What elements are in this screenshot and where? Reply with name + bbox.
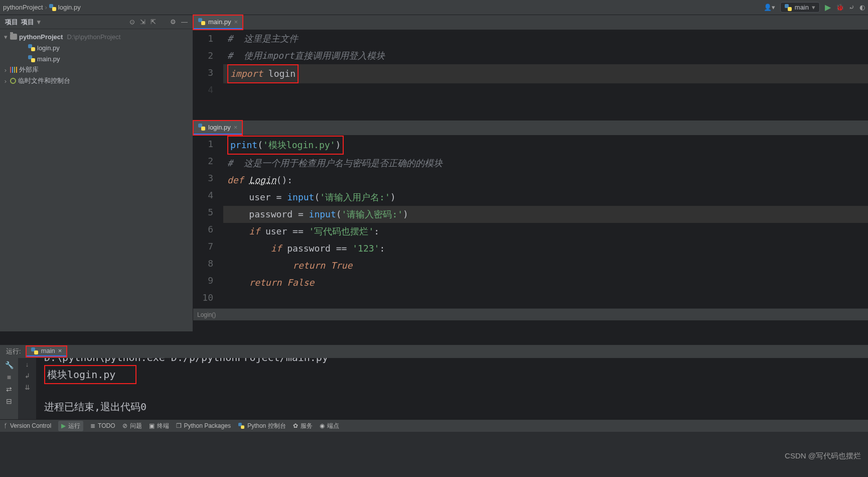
chevron-down-icon[interactable]: ▾ bbox=[37, 18, 41, 26]
coverage-button[interactable]: ⤾ bbox=[849, 4, 854, 11]
debug-button[interactable]: 🐞 bbox=[836, 4, 844, 11]
endpoints-tab[interactable]: ◉ 端点 bbox=[320, 422, 339, 430]
tree-root[interactable]: ▾ pythonProject D:\p\pythonProject bbox=[0, 31, 193, 42]
down-icon[interactable]: ↓ bbox=[26, 361, 29, 368]
expand-all-icon[interactable]: ⇲ bbox=[140, 18, 146, 26]
gutter[interactable]: 1234 bbox=[193, 30, 223, 98]
run-button[interactable]: ▶ bbox=[825, 3, 831, 12]
python-file-icon bbox=[785, 4, 792, 11]
settings-button[interactable]: 🔧 bbox=[5, 361, 14, 369]
vcs-tab[interactable]: ᚶ Version Control bbox=[4, 422, 51, 429]
add-user-icon[interactable]: 👤▾ bbox=[764, 4, 775, 11]
collapse-all-icon[interactable]: ⇱ bbox=[151, 18, 156, 26]
todo-tab[interactable]: ≣ TODO bbox=[90, 422, 115, 429]
tree-scratches[interactable]: › 临时文件和控制台 bbox=[0, 75, 193, 86]
editor-tab-main[interactable]: main.py × bbox=[193, 15, 243, 30]
close-icon[interactable]: × bbox=[234, 18, 238, 26]
project-tool-window: 项目 项目 ▾ ⊙ ⇲ ⇱ ⚙ — ▾ pythonProject D:\p\p… bbox=[0, 15, 193, 331]
tree-root-path: D:\p\pythonProject bbox=[67, 33, 120, 41]
profiler-button[interactable]: ◐ bbox=[859, 4, 865, 11]
chevron-right-icon[interactable]: › bbox=[3, 66, 8, 74]
run-config-label: main bbox=[795, 4, 809, 11]
editor-tabs: login.py × bbox=[193, 121, 868, 136]
pin-button[interactable]: ⊟ bbox=[6, 397, 12, 405]
breadcrumb-project[interactable]: pythonProject bbox=[3, 4, 43, 11]
soft-wrap-icon[interactable]: ↲ bbox=[25, 372, 30, 380]
chevron-down-icon: ▾ bbox=[812, 4, 815, 11]
python-file-icon bbox=[49, 4, 56, 11]
navigation-bar: pythonProject › login.py 👤▾ main ▾ ▶ 🐞 ⤾… bbox=[0, 0, 868, 15]
watermark: CSDN @写代码也摆烂 bbox=[785, 451, 861, 461]
editor-tab-login[interactable]: login.py × bbox=[193, 121, 242, 135]
breadcrumbs-bar[interactable]: Login() bbox=[193, 308, 868, 320]
scroll-to-end-icon[interactable]: ⇊ bbox=[25, 384, 30, 391]
select-opened-file-icon[interactable]: ⊙ bbox=[129, 18, 135, 26]
editor-tabs: main.py × bbox=[193, 15, 868, 30]
services-tab[interactable]: ✿ 服务 bbox=[293, 422, 313, 430]
layout-button[interactable]: ⇄ bbox=[6, 385, 12, 393]
stop-button[interactable]: ■ bbox=[7, 373, 11, 381]
editor-content-login[interactable]: print('模块login.py') # 这是一个用于检查用户名与密码是否正确… bbox=[223, 136, 868, 308]
close-icon[interactable]: × bbox=[234, 124, 238, 131]
python-file-icon bbox=[198, 124, 205, 131]
run-header: 运行: main × bbox=[0, 345, 868, 358]
hide-button[interactable]: — bbox=[181, 18, 188, 26]
project-tree[interactable]: ▾ pythonProject D:\p\pythonProject login… bbox=[0, 29, 193, 88]
problems-tab[interactable]: ⊘ 问题 bbox=[122, 422, 142, 430]
close-icon[interactable]: × bbox=[58, 347, 62, 354]
run-tab[interactable]: main × bbox=[26, 346, 67, 357]
status-bar: ᚶ Version Control ▶ 运行 ≣ TODO ⊘ 问题 ▣ 终端 … bbox=[0, 419, 868, 432]
folder-icon bbox=[10, 34, 17, 40]
run-tab-button[interactable]: ▶ 运行 bbox=[58, 421, 83, 431]
console-output-line: 模块login.py bbox=[44, 365, 136, 384]
packages-tab[interactable]: ❒ Python Packages bbox=[176, 422, 231, 429]
project-label[interactable]: 项目 bbox=[5, 18, 18, 27]
python-file-icon bbox=[198, 18, 205, 25]
breadcrumb-file[interactable]: login.py bbox=[58, 4, 81, 11]
chevron-right-icon: › bbox=[45, 4, 47, 11]
toolbar-right: 👤▾ main ▾ ▶ 🐞 ⤾ ◐ bbox=[764, 2, 865, 13]
tree-external-libs[interactable]: › 外部库 bbox=[0, 64, 193, 75]
chevron-right-icon[interactable]: › bbox=[3, 77, 8, 85]
tree-file[interactable]: main.py bbox=[0, 53, 193, 64]
editor-area: main.py × 1234 # 这里是主文件 # 使用import直接调用调用… bbox=[193, 15, 868, 331]
console-exit-line: 进程已结束,退出代码0 bbox=[44, 399, 860, 414]
gear-icon[interactable]: ⚙ bbox=[170, 18, 176, 26]
tree-root-name: pythonProject bbox=[19, 33, 63, 41]
breadcrumb: pythonProject › login.py bbox=[3, 4, 81, 11]
run-label: 运行: bbox=[6, 347, 21, 356]
tree-file[interactable]: login.py bbox=[0, 42, 193, 53]
python-file-icon bbox=[28, 55, 35, 62]
run-tool-window: 运行: main × ▶ 🔧 ■ ⇄ ⊟ ↑ ↓ ↲ ⇊ D:\python\p… bbox=[0, 331, 868, 419]
python-file-icon bbox=[31, 347, 38, 354]
scratches-icon bbox=[10, 78, 16, 84]
gutter[interactable]: 12345678910 bbox=[193, 136, 223, 308]
editor-content-main[interactable]: # 这里是主文件 # 使用import直接调用调用登入模块 import log… bbox=[223, 30, 868, 98]
chevron-down-icon[interactable]: ▾ bbox=[3, 33, 8, 41]
python-console-tab[interactable]: Python 控制台 bbox=[238, 422, 286, 430]
run-config-selector[interactable]: main ▾ bbox=[780, 2, 820, 13]
terminal-tab[interactable]: ▣ 终端 bbox=[149, 422, 169, 430]
python-file-icon bbox=[28, 44, 35, 51]
library-icon bbox=[10, 67, 17, 73]
project-header: 项目 项目 ▾ ⊙ ⇲ ⇱ ⚙ — bbox=[0, 15, 193, 29]
